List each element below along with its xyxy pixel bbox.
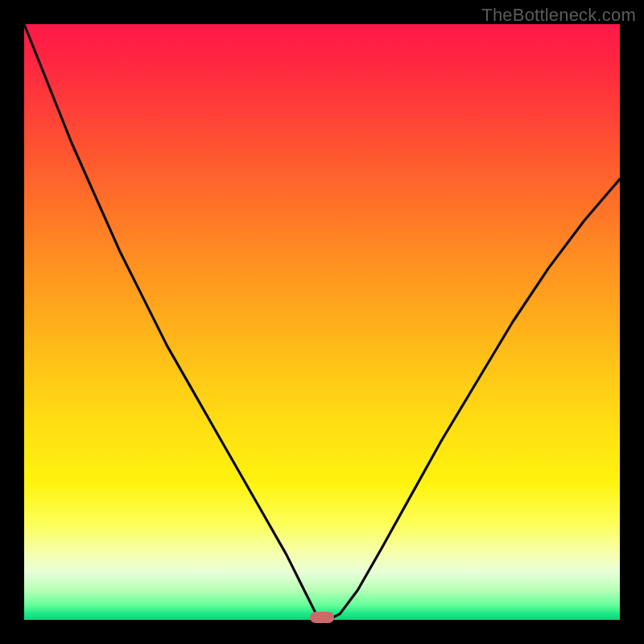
trough-marker: [310, 612, 334, 623]
bottleneck-curve-path: [24, 24, 620, 620]
chart-frame: TheBottleneck.com: [0, 0, 644, 644]
curve-svg: [24, 24, 620, 620]
watermark-text: TheBottleneck.com: [481, 5, 636, 26]
plot-area: [24, 24, 620, 620]
